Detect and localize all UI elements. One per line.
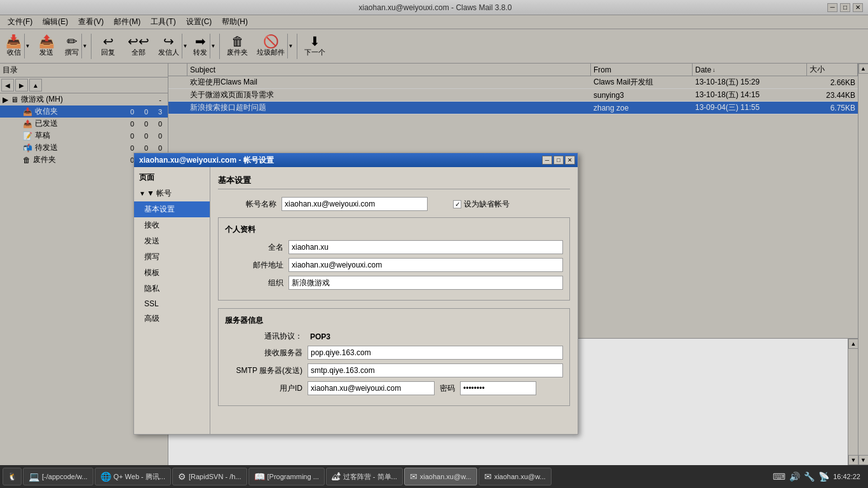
taskbar: 🐧 💻 [-/appcode/w... 🌐 Q+ Web - 腾讯... ⚙ [… [0,465,868,488]
protocol-value: POP3 [310,332,330,341]
userid-row: 用户ID 密码 [225,381,563,395]
fullname-row: 全名 [225,240,563,254]
programming-label: [Programming ... [268,473,319,480]
network-tray-icon[interactable]: 📡 [818,471,829,482]
guoke-label: 过客阵营 - 简单... [343,472,397,482]
default-checkbox[interactable]: ✓ [453,200,461,208]
personal-info-section: 个人资料 全名 邮件地址 组织 [218,217,570,301]
account-name-group: 帐号名称 [218,197,428,211]
sidebar-item-template[interactable]: 模板 [134,265,210,281]
sidebar-item-ssl[interactable]: SSL [134,297,210,311]
keyboard-tray-icon[interactable]: ⌨ [773,471,785,482]
password-input[interactable] [460,381,536,395]
default-account-check: ✓ 设为缺省帐号 [453,199,510,210]
qplus-label: Q+ Web - 腾讯... [114,472,165,482]
programming-icon: 📖 [254,471,265,482]
sidebar-item-basic[interactable]: 基本设置 [134,201,210,217]
content-section-title: 基本设置 [218,175,570,189]
rapidsvn-icon: ⚙ [178,471,186,482]
account-expand-icon: ▼ [139,190,146,197]
server-section-title: 服务器信息 [225,315,563,326]
taskbar-item-qplus[interactable]: 🌐 Q+ Web - 腾讯... [95,468,171,485]
org-input[interactable] [288,276,563,290]
fullname-input[interactable] [288,240,563,254]
fullname-label: 全名 [225,242,288,253]
userid-input[interactable] [308,381,435,395]
dialog-window-controls: ─ □ ✕ [542,156,575,165]
taskbar-item-claws2[interactable]: ✉ xiaohan.xu@w... [478,468,552,485]
dialog-minimize[interactable]: ─ [542,156,552,165]
sidebar-account-parent[interactable]: ▼ ▼ 帐号 [134,186,210,201]
guoke-icon: 🏕 [332,471,341,482]
recv-server-label: 接收服务器 [225,348,308,358]
dialog-titlebar: xiaohan.xu@weiyouxi.com - 帐号设置 ─ □ ✕ [134,153,578,167]
sidebar-item-compose[interactable]: 撰写 [134,249,210,265]
account-name-row: 帐号名称 ✓ 设为缺省帐号 [218,197,570,211]
smtp-server-label: SMTP 服务器(发送) [225,365,308,376]
start-icon: 🐧 [8,472,17,481]
claws1-label: xiaohan.xu@w... [420,473,471,480]
sidebar-item-send[interactable]: 发送 [134,233,210,249]
smtp-server-input[interactable] [308,363,563,377]
clock: 16:42:22 [833,473,860,480]
appcode-icon: 💻 [29,471,39,482]
sidebar-account-label: ▼ 帐号 [147,188,172,199]
claws2-label: xiaohan.xu@w... [494,473,546,480]
system-tray: ⌨ 🔊 🔧 📡 16:42:22 [768,468,865,485]
claws2-icon: ✉ [484,471,492,482]
server-info-section: 服务器信息 通讯协议： POP3 接收服务器 SMTP 服务器(发送) 用户ID… [218,308,570,406]
start-button[interactable]: 🐧 [3,468,22,485]
smtp-server-row: SMTP 服务器(发送) [225,363,563,377]
taskbar-item-rapidsvn[interactable]: ⚙ [RapidSVN - /h... [172,468,247,485]
password-label: 密码 [440,383,455,394]
protocol-row: 通讯协议： POP3 [225,331,563,342]
rapidsvn-label: [RapidSVN - /h... [189,473,241,480]
dialog-body: 页面 ▼ ▼ 帐号 基本设置 接收 发送 撰写 模板 隐私 SSL 高级 基本设… [134,167,578,434]
default-label: 设为缺省帐号 [464,199,510,210]
sidebar-item-receive[interactable]: 接收 [134,217,210,233]
dialog-maximize[interactable]: □ [553,156,564,165]
taskbar-item-programming[interactable]: 📖 [Programming ... [248,468,325,485]
dialog-sidebar: 页面 ▼ ▼ 帐号 基本设置 接收 发送 撰写 模板 隐私 SSL 高级 [134,167,210,434]
volume-tray-icon[interactable]: 🔊 [789,471,800,482]
email-row: 邮件地址 [225,258,563,272]
qplus-icon: 🌐 [100,471,111,482]
taskbar-item-claws1[interactable]: ✉ xiaohan.xu@w... [404,468,477,485]
email-label: 邮件地址 [225,260,288,271]
account-name-input[interactable] [281,197,428,211]
recv-server-input[interactable] [308,346,563,360]
org-label: 组织 [225,278,288,288]
personal-section-title: 个人资料 [225,224,563,235]
recv-server-row: 接收服务器 [225,346,563,360]
sidebar-page-header: 页面 [134,170,210,186]
userid-label: 用户ID [225,383,308,394]
account-settings-dialog: xiaohan.xu@weiyouxi.com - 帐号设置 ─ □ ✕ 页面 … [133,152,578,435]
account-name-label: 帐号名称 [218,199,281,210]
sidebar-item-advanced[interactable]: 高级 [134,311,210,327]
claws1-icon: ✉ [410,471,417,482]
protocol-label: 通讯协议： [225,331,308,342]
settings-tray-icon[interactable]: 🔧 [804,471,815,482]
sidebar-item-privacy[interactable]: 隐私 [134,281,210,297]
email-input[interactable] [288,258,563,272]
dialog-content: 基本设置 帐号名称 ✓ 设为缺省帐号 个人资料 全名 [210,167,578,434]
dialog-close[interactable]: ✕ [565,156,575,165]
taskbar-item-guoke[interactable]: 🏕 过客阵营 - 简单... [326,468,403,485]
org-row: 组织 [225,276,563,290]
appcode-label: [-/appcode/w... [42,473,88,480]
dialog-title: xiaohan.xu@weiyouxi.com - 帐号设置 [139,155,274,166]
taskbar-item-appcode[interactable]: 💻 [-/appcode/w... [23,468,93,485]
